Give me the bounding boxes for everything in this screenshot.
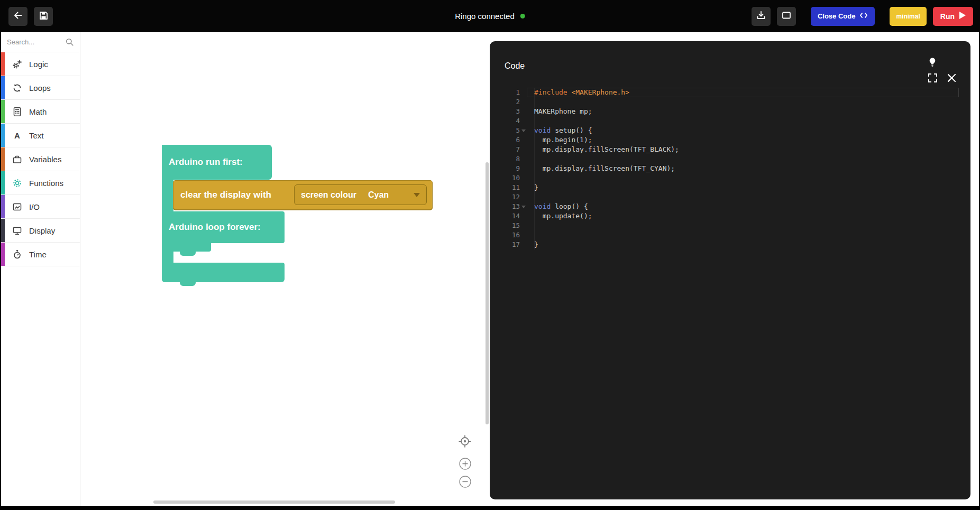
search-row <box>1 32 80 52</box>
fold-spacer <box>520 116 527 126</box>
code-line-1[interactable]: 1#include <MAKERphone.h> <box>490 88 970 97</box>
category-color-strip <box>1 52 5 76</box>
sidebar-item-text[interactable]: AText <box>1 124 80 147</box>
code-text <box>527 116 959 126</box>
dropdown-selected-value: Cyan <box>368 190 389 200</box>
fold-spacer <box>520 135 527 145</box>
line-number: 14 <box>490 211 520 221</box>
category-list: LogicLoopsMathATextVariablesFunctionsI/O… <box>1 52 80 266</box>
screen-colour-dropdown[interactable]: screen colour Cyan <box>294 184 427 205</box>
sidebar-item-label: Math <box>29 107 47 116</box>
run-label: Run <box>940 12 955 21</box>
line-number: 17 <box>490 240 520 249</box>
zoom-reset-button[interactable] <box>457 434 472 449</box>
fold-spacer <box>520 230 527 240</box>
save-button[interactable] <box>34 7 53 26</box>
search-icon <box>65 38 74 47</box>
back-button[interactable] <box>8 7 28 26</box>
sidebar-item-label: Display <box>29 226 55 235</box>
arduino-run-first-block[interactable]: Arduino run first: <box>162 145 272 180</box>
search-input[interactable] <box>7 38 63 46</box>
category-color-strip <box>1 100 5 123</box>
sidebar-item-display[interactable]: Display <box>1 219 80 243</box>
sidebar-item-functions[interactable]: Functions <box>1 171 80 195</box>
fold-arrow-icon[interactable] <box>520 126 527 135</box>
export-binary-button[interactable] <box>752 7 771 26</box>
line-number: 15 <box>490 221 520 230</box>
plus-circle-icon <box>459 463 471 471</box>
sidebar-item-math[interactable]: Math <box>1 100 80 124</box>
code-line-11[interactable]: 11} <box>490 183 970 192</box>
line-number: 11 <box>490 183 520 192</box>
arduino-loop-forever-block[interactable]: Arduino loop forever: <box>162 211 285 243</box>
line-number: 2 <box>490 97 520 107</box>
category-color-strip <box>1 76 5 99</box>
fold-spacer <box>520 192 527 202</box>
code-line-16[interactable]: 16 <box>490 230 970 240</box>
sidebar-item-loops[interactable]: Loops <box>1 76 80 100</box>
fullscreen-button[interactable] <box>928 73 938 85</box>
sidebar-item-label: Variables <box>29 155 61 164</box>
code-line-4[interactable]: 4 <box>490 116 970 126</box>
line-number: 4 <box>490 116 520 126</box>
close-code-button[interactable]: Close Code <box>811 7 875 26</box>
line-number: 13 <box>490 202 520 211</box>
sidebar-item-label: I/O <box>29 202 40 211</box>
code-editor[interactable]: 1#include <MAKERphone.h>23MAKERphone mp;… <box>490 88 970 249</box>
sidebar-item-time[interactable]: Time <box>1 243 80 266</box>
fold-spacer <box>520 211 527 221</box>
code-line-7[interactable]: 7 mp.display.fillScreen(TFT_BLACK); <box>490 145 970 154</box>
sidebar-item-variables[interactable]: Variables <box>1 147 80 171</box>
crosshair-target-icon <box>457 441 472 450</box>
line-number: 1 <box>490 88 520 97</box>
code-line-5[interactable]: 5void setup() { <box>490 126 970 135</box>
close-panel-button[interactable] <box>947 73 956 84</box>
code-line-10[interactable]: 10 <box>490 173 970 183</box>
workspace-vertical-scrollbar[interactable] <box>486 162 489 424</box>
topbar: Ringo connected Close Code min <box>0 0 980 32</box>
code-line-8[interactable]: 8 <box>490 154 970 164</box>
category-color-strip <box>1 219 5 242</box>
code-text <box>527 154 959 164</box>
code-panel-title: Code <box>505 61 525 71</box>
arduino-block-footer[interactable] <box>162 263 285 282</box>
sidebar-item-label: Text <box>29 131 44 140</box>
sidebar-item-logic[interactable]: Logic <box>1 52 80 76</box>
sidebar-item-i-o[interactable]: I/O <box>1 195 80 219</box>
workspace-horizontal-scrollbar[interactable] <box>153 500 395 504</box>
fold-arrow-icon[interactable] <box>520 202 527 211</box>
code-line-2[interactable]: 2 <box>490 97 970 107</box>
line-number: 10 <box>490 173 520 183</box>
line-number: 5 <box>490 126 520 135</box>
minus-circle-icon <box>459 481 471 489</box>
code-line-17[interactable]: 17} <box>490 240 970 249</box>
fold-spacer <box>520 164 527 173</box>
zoom-in-button[interactable] <box>459 458 471 470</box>
minimal-button[interactable]: minimal <box>890 7 926 26</box>
code-line-15[interactable]: 15 <box>490 221 970 230</box>
gears-icon <box>12 59 22 69</box>
run-button[interactable]: Run <box>933 7 973 26</box>
serial-monitor-button[interactable] <box>777 7 796 26</box>
fold-spacer <box>520 88 527 97</box>
monitor-icon <box>12 226 22 236</box>
code-text <box>527 173 959 183</box>
sidebar-item-label: Time <box>29 250 47 259</box>
category-color-strip <box>1 147 5 171</box>
code-line-12[interactable]: 12 <box>490 192 970 202</box>
code-line-14[interactable]: 14 mp.update(); <box>490 211 970 221</box>
line-number: 3 <box>490 107 520 116</box>
connection-status-dot <box>520 14 525 18</box>
code-line-13[interactable]: 13void loop() { <box>490 202 970 211</box>
code-line-9[interactable]: 9 mp.display.fillScreen(TFT_CYAN); <box>490 164 970 173</box>
theme-toggle-button[interactable] <box>928 57 937 69</box>
code-line-3[interactable]: 3MAKERphone mp; <box>490 107 970 116</box>
sync-icon <box>12 83 22 93</box>
code-text: MAKERphone mp; <box>527 107 959 116</box>
code-line-6[interactable]: 6 mp.begin(1); <box>490 135 970 145</box>
clear-display-block[interactable]: clear the display with screen colour Cya… <box>173 180 433 210</box>
zoom-out-button[interactable] <box>459 476 471 488</box>
fold-spacer <box>520 145 527 154</box>
run-first-label: Arduino run first: <box>169 157 243 168</box>
connection-status-text: Ringo connected <box>455 12 515 21</box>
